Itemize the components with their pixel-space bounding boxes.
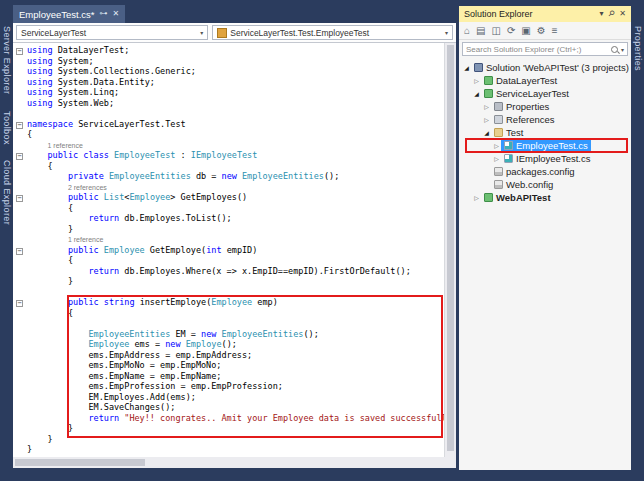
code-line[interactable]: return db.Employes.Where(x => x.EmpID==e… bbox=[13, 266, 444, 277]
tree-item-label: Web.config bbox=[506, 179, 553, 190]
code-line[interactable]: using System.Collections.Generic; bbox=[13, 66, 444, 77]
home-icon[interactable]: ⌂ bbox=[464, 26, 470, 36]
tree-item-references[interactable]: ▷References bbox=[459, 113, 631, 126]
code-line[interactable]: 2 references bbox=[13, 182, 444, 193]
tree-item-label: EmployeeTest.cs bbox=[516, 140, 588, 151]
tree-item-datalayertest[interactable]: ▷DataLayerTest bbox=[459, 74, 631, 87]
code-line[interactable] bbox=[13, 287, 444, 298]
vertical-scrollbar[interactable] bbox=[444, 43, 456, 457]
code-line[interactable]: 1 reference bbox=[13, 234, 444, 245]
pin-icon[interactable]: ⊶ bbox=[100, 10, 108, 18]
code-line[interactable]: − public class EmployeeTest : IEmployeeT… bbox=[13, 150, 444, 161]
horizontal-scrollbar[interactable] bbox=[13, 457, 456, 468]
code-line[interactable]: { bbox=[13, 203, 444, 214]
code-line[interactable]: return "Hey!! congrates.. Amit your Empl… bbox=[13, 413, 444, 424]
refresh-icon[interactable]: ⟳ bbox=[507, 26, 515, 36]
code-line[interactable]: − public string insertEmploye(Employee e… bbox=[13, 297, 444, 308]
code-line[interactable]: using System; bbox=[13, 56, 444, 67]
sidebar-tab-server-explorer[interactable]: Server Explorer bbox=[2, 26, 12, 95]
fold-marker-icon[interactable]: − bbox=[13, 150, 27, 161]
fold-marker-icon[interactable]: − bbox=[13, 297, 27, 308]
code-line[interactable]: −namespace ServiceLayerTest.Test bbox=[13, 119, 444, 130]
fold-marker-icon[interactable]: − bbox=[13, 119, 27, 130]
vertical-scrollbar-thumb[interactable] bbox=[447, 45, 454, 451]
fold-marker-icon[interactable]: − bbox=[13, 45, 27, 56]
code-line[interactable] bbox=[13, 108, 444, 119]
code-line[interactable]: } bbox=[13, 434, 444, 445]
close-icon[interactable]: ✕ bbox=[619, 10, 626, 18]
code-line[interactable]: − public Employee GetEmploye(int empID) bbox=[13, 245, 444, 256]
search-box[interactable]: ▾ bbox=[462, 42, 628, 56]
tree-item-servicelayertest[interactable]: ◢ServiceLayerTest bbox=[459, 87, 631, 100]
chevron-down-icon[interactable]: ▾ bbox=[621, 46, 624, 53]
code-line[interactable]: EM.SaveChanges(); bbox=[13, 402, 444, 413]
close-icon[interactable]: ✕ bbox=[113, 10, 120, 18]
tree-expanded-arrow-icon[interactable]: ◢ bbox=[472, 90, 481, 97]
code-line[interactable]: −using DataLayerTest; bbox=[13, 45, 444, 56]
code-line[interactable]: { bbox=[13, 129, 444, 140]
horizontal-scrollbar-thumb[interactable] bbox=[15, 459, 145, 466]
code-line[interactable]: ems.EmpName = emp.EmpName; bbox=[13, 371, 444, 382]
tree-expanded-arrow-icon[interactable]: ◢ bbox=[462, 64, 471, 71]
sidebar-tab-toolbox[interactable]: Toolbox bbox=[2, 111, 12, 145]
tree-collapsed-arrow-icon[interactable]: ▷ bbox=[472, 194, 481, 201]
code-line[interactable]: using System.Data.Entity; bbox=[13, 77, 444, 88]
code-line[interactable]: } bbox=[13, 423, 444, 434]
code-line[interactable]: − public List<Employee> GetEmployes() bbox=[13, 192, 444, 203]
tree-expanded-arrow-icon[interactable]: ◢ bbox=[482, 129, 491, 136]
code-line[interactable]: private EmployeeEntities db = new Employ… bbox=[13, 171, 444, 182]
tree-item-test[interactable]: ◢Test bbox=[459, 126, 631, 139]
code-lines[interactable]: −using DataLayerTest;using System;using … bbox=[13, 43, 444, 457]
tree-collapsed-arrow-icon[interactable]: ▷ bbox=[492, 155, 501, 162]
tree-collapsed-arrow-icon[interactable]: ▷ bbox=[482, 116, 491, 123]
code-line[interactable]: EM.Employes.Add(ems); bbox=[13, 392, 444, 403]
tree-collapsed-arrow-icon[interactable]: ▷ bbox=[482, 103, 491, 110]
properties-icon[interactable]: ⚙ bbox=[537, 26, 546, 36]
type-dropdown-value: ServiceLayerTest.Test.EmployeeTest bbox=[230, 28, 369, 38]
tree-item-employeetest-cs[interactable]: ▷EmployeeTest.cs bbox=[459, 139, 631, 152]
search-input[interactable] bbox=[463, 45, 608, 54]
project-dropdown[interactable]: ServiceLayerTest ▾ bbox=[16, 25, 208, 40]
sidebar-tab-cloud-explorer[interactable]: Cloud Explorer bbox=[2, 160, 12, 225]
document-tab-bar: EmployeeTest.cs* ⊶ ✕ bbox=[13, 5, 456, 23]
tab-employeetest-cs[interactable]: EmployeeTest.cs* ⊶ ✕ bbox=[13, 5, 125, 23]
tree-collapsed-arrow-icon[interactable]: ▷ bbox=[492, 142, 501, 149]
tree-item-webapitest[interactable]: ▷WebAPITest bbox=[459, 191, 631, 204]
tree-item-web-config[interactable]: Web.config bbox=[459, 178, 631, 191]
code-line[interactable]: { bbox=[13, 161, 444, 172]
fold-marker-icon[interactable]: − bbox=[13, 245, 27, 256]
tree-item-label: WebAPITest bbox=[496, 192, 551, 203]
pin-icon[interactable]: ⚲ bbox=[606, 9, 616, 19]
code-line[interactable]: } bbox=[13, 444, 444, 455]
code-line[interactable]: ems.EmpAddress = emp.EmpAddress; bbox=[13, 350, 444, 361]
code-line[interactable]: } bbox=[13, 276, 444, 287]
code-line[interactable]: ems.EmpProfession = emp.EmpProfession; bbox=[13, 381, 444, 392]
tree-item-packages-config[interactable]: packages.config bbox=[459, 165, 631, 178]
collapse-all-icon[interactable]: ▤ bbox=[476, 26, 485, 36]
code-line[interactable]: 1 reference bbox=[13, 140, 444, 151]
tree-item-label: Solution 'WebAPITest' (3 projects) bbox=[486, 62, 629, 73]
type-dropdown[interactable]: ServiceLayerTest.Test.EmployeeTest ▾ bbox=[212, 25, 453, 40]
properties-icon bbox=[494, 102, 503, 111]
tree-item-iemployeetest-cs[interactable]: ▷IEmployeeTest.cs bbox=[459, 152, 631, 165]
code-line[interactable]: Employee ems = new Employe(); bbox=[13, 339, 444, 350]
code-line[interactable]: { bbox=[13, 308, 444, 319]
tree-item-properties[interactable]: ▷Properties bbox=[459, 100, 631, 113]
sidebar-tab-properties[interactable]: Properties bbox=[633, 26, 643, 71]
code-line[interactable] bbox=[13, 318, 444, 329]
code-line[interactable]: { bbox=[13, 255, 444, 266]
tree-item-solution-webapitest-3-projects[interactable]: ◢Solution 'WebAPITest' (3 projects) bbox=[459, 61, 631, 74]
view-code-icon[interactable]: ▣ bbox=[521, 26, 530, 36]
chevron-down-icon[interactable]: ▾ bbox=[599, 10, 603, 18]
fold-marker-icon[interactable]: − bbox=[13, 192, 27, 203]
preview-icon[interactable]: ≡ bbox=[552, 26, 558, 36]
solution-explorer-toolbar: ⌂ ▤ ◫ ⟳ ▣ ⚙ ≡ bbox=[459, 22, 631, 40]
code-line[interactable]: using System.Linq; bbox=[13, 87, 444, 98]
code-line[interactable]: return db.Employes.ToList(); bbox=[13, 213, 444, 224]
code-line[interactable]: using System.Web; bbox=[13, 98, 444, 109]
show-all-files-icon[interactable]: ◫ bbox=[492, 26, 501, 36]
tree-collapsed-arrow-icon[interactable]: ▷ bbox=[472, 77, 481, 84]
code-line[interactable]: EmployeeEntities EM = new EmployeeEntiti… bbox=[13, 329, 444, 340]
code-line[interactable]: } bbox=[13, 224, 444, 235]
code-line[interactable]: ems.EmpMoNo = emp.EmpMoNo; bbox=[13, 360, 444, 371]
